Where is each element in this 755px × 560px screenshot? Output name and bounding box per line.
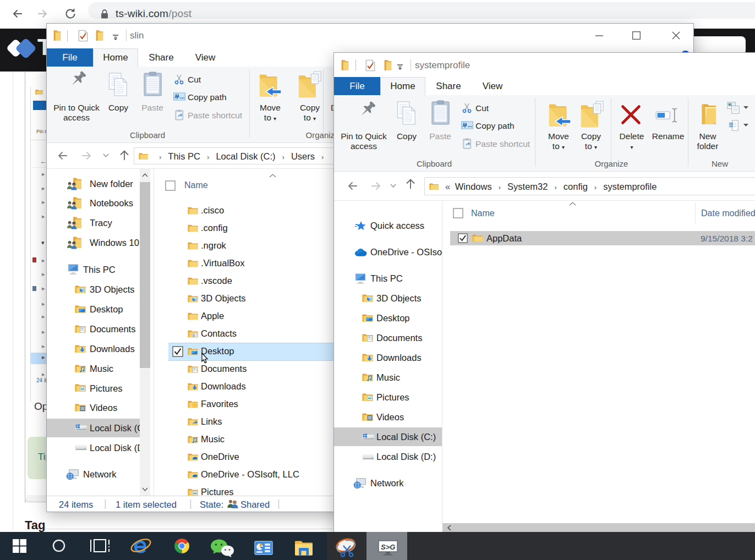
svg-text:S>G: S>G (381, 543, 395, 551)
